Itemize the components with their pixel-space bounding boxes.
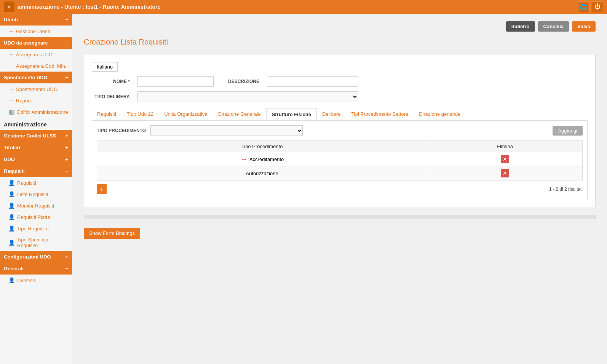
tab-requisiti[interactable]: Requisiti (92, 108, 121, 120)
main-content: Indietro Cancella Salva Creazione Lista … (72, 14, 607, 364)
page-1-button[interactable]: 1 (97, 184, 107, 194)
sidebar-section-requisiti-label: Requisiti (4, 168, 25, 174)
table-row: → Accreditamento ✕ (97, 152, 583, 166)
sidebar-item-gestione-utenti[interactable]: → Gestione Utenti (0, 26, 72, 37)
sidebar-item-assegnare-uo[interactable]: → Assegnare a UO (0, 49, 72, 60)
top-bar: « amministrazione - Utente : test1 - Ruo… (0, 0, 607, 14)
cell-autorizzazione: Autorizzazione (97, 166, 427, 180)
sidebar-item-tipo-requisito[interactable]: 👤 Tipo Requisito (0, 223, 72, 234)
aggiungi-button[interactable]: Aggiungi (553, 126, 583, 136)
sidebar-item-label: Assegnare a Cod. Min. (16, 63, 66, 69)
sidebar-section-spostamento-label: Spostamento UDO (4, 75, 48, 80)
sidebar-section-utenti-toggle: − (65, 17, 68, 22)
show-form-bindings-button[interactable]: Show Form Bindings (84, 228, 140, 239)
cell-accreditamento: → Accreditamento (97, 152, 427, 166)
sidebar-section-udo-da-assegnare[interactable]: UDO da assegnare − (0, 37, 72, 49)
sidebar-section-spostamento-toggle: − (65, 75, 68, 80)
sidebar-section-udo-label: UDO da assegnare (4, 40, 48, 46)
arrow-icon: → (8, 86, 14, 92)
sidebar-section-titolari[interactable]: Titolari + (0, 142, 72, 153)
sidebar-item-assegnare-cod-min[interactable]: → Assegnare a Cod. Min. (0, 60, 72, 72)
red-arrow-annotation: → (240, 155, 247, 163)
power-icon-button[interactable]: ⏻ (592, 2, 603, 12)
sidebar-section-configurazioni-udo[interactable]: Configurazioni UDO + (0, 251, 72, 263)
tab-direzione-generale[interactable]: Direzione Generale (213, 108, 266, 120)
user-icon: 👤 (8, 225, 15, 231)
tipo-delibera-select[interactable] (137, 91, 358, 102)
page-info: 1 - 2 di 2 risultati (549, 187, 583, 192)
building-icon: 🏢 (8, 109, 15, 115)
tab-tipi-procedimento-settore[interactable]: Tipi Procedimento Settore (346, 108, 414, 120)
sidebar-item-label: Assegnare a UO (16, 52, 53, 57)
sidebar-item-tipo-specifico-requisito[interactable]: 👤 Tipo Specifico Requisito (0, 234, 72, 251)
nome-input[interactable] (137, 76, 214, 87)
sidebar-item-requisiti[interactable]: 👤 Requisiti (0, 177, 72, 188)
delete-accreditamento-button[interactable]: ✕ (501, 155, 509, 163)
sidebar-item-label: Tipo Requisito (17, 226, 49, 231)
sidebar-section-utenti-label: Utenti (4, 17, 18, 22)
sidebar-item-spostamento-udo[interactable]: → Spostamento UDO (0, 83, 72, 95)
globe-icon-button[interactable]: 🌐 (578, 2, 589, 12)
sidebar-item-liste-requisiti[interactable]: 👤 Liste Requisiti (0, 188, 72, 200)
collapse-sidebar-button[interactable]: « (4, 2, 14, 12)
sidebar-section-utenti[interactable]: Utenti − (0, 14, 72, 26)
sidebar-section-generali[interactable]: Generali − (0, 263, 72, 275)
arrow-icon: → (8, 51, 14, 57)
tab-tipo-udo-22[interactable]: Tipo Udo 22 (121, 108, 159, 120)
sidebar-section-requisiti[interactable]: Requisiti − (0, 165, 72, 177)
sidebar-item-label: Tipo Specifico Requisito (17, 237, 68, 248)
tipo-procedimento-select-wrap (150, 125, 303, 136)
tipo-procedimento-table: Tipo Procedimento Elimina → Accreditamen… (97, 140, 583, 180)
top-bar-left: « amministrazione - Utente : test1 - Ruo… (4, 2, 160, 12)
pagination-row: 1 1 - 2 di 2 risultati (97, 184, 583, 194)
arrow-icon: → (8, 28, 14, 34)
sidebar-admin-label: Amministrazione (0, 118, 72, 130)
sidebar-item-requisiti-piatta[interactable]: 👤 Requisiti Piatta (0, 211, 72, 223)
sidebar-item-label: Spostamento UDO (16, 86, 58, 92)
descrizione-input[interactable] (267, 76, 358, 87)
sidebar-item-label: Direzioni (17, 278, 37, 283)
sidebar-item-label: Gestione Utenti (16, 29, 50, 34)
sidebar-section-spostamento-udo[interactable]: Spostamento UDO − (0, 72, 72, 83)
user-icon: 👤 (8, 180, 15, 186)
sidebar-section-gestione-label: Gestione Codici ULSS (4, 133, 56, 139)
user-icon: 👤 (8, 191, 15, 197)
sidebar-item-monitor-requisiti[interactable]: 👤 Monitor Requisiti (0, 200, 72, 211)
form-card: Italiano NOME * DESCRIZIONE TIPO DELIBER… (84, 54, 596, 207)
sidebar-item-direzioni[interactable]: 👤 Direzioni (0, 275, 72, 286)
horizontal-scrollbar[interactable] (84, 215, 596, 219)
delete-autorizzazione-button[interactable]: ✕ (501, 169, 509, 177)
user-icon: 👤 (8, 214, 15, 220)
arrow-icon: → (8, 63, 14, 69)
arrow-icon: → (8, 97, 14, 104)
tipo-procedimento-select[interactable] (150, 125, 303, 136)
sidebar-item-edifici-amministrazione[interactable]: 🏢 Edifici Amministrazione (0, 106, 72, 118)
sidebar-section-gestione-codici[interactable]: Gestione Codici ULSS + (0, 130, 72, 142)
form-row-tipo-delibera: TIPO DELIBERA (92, 91, 588, 102)
sidebar-section-generali-label: Generali (4, 266, 24, 271)
tipo-procedimento-row: TIPO PROCEDIMENTO Aggiungi (97, 125, 583, 136)
col-elimina: Elimina (427, 141, 583, 152)
table-row: Autorizzazione ✕ (97, 166, 583, 180)
tab-strutture-fisiche[interactable]: Strutture Fisiche (266, 108, 317, 120)
user-icon: 👤 (8, 277, 15, 283)
salva-button[interactable]: Salva (572, 21, 596, 32)
sidebar-section-udo2-toggle: + (65, 156, 68, 162)
page-title: Creazione Lista Requisiti (84, 38, 596, 46)
descrizione-label: DESCRIZIONE (221, 79, 259, 84)
nome-label: NOME * (92, 79, 130, 84)
cancella-button[interactable]: Cancella (538, 21, 569, 32)
tab-direzione-generale-2[interactable]: Direzione generale (414, 108, 466, 120)
top-bar-title: amministrazione - Utente : test1 - Ruolo… (18, 4, 160, 10)
cell-elimina-autorizzazione: ✕ (427, 166, 583, 180)
table-section: TIPO PROCEDIMENTO Aggiungi (92, 120, 588, 199)
tab-delibere[interactable]: Delibere (317, 108, 346, 120)
sidebar-item-label: Edifici Amministrazione (17, 109, 68, 115)
indietro-button[interactable]: Indietro (506, 21, 535, 32)
sidebar-section-udo[interactable]: UDO + (0, 153, 72, 165)
sidebar-item-report[interactable]: → Report (0, 95, 72, 106)
sidebar-item-label: Requisiti (17, 180, 36, 186)
tab-unita-organizzativa[interactable]: Unità Organizzativa (159, 108, 212, 120)
lang-tab[interactable]: Italiano (92, 62, 118, 72)
sidebar-item-label: Liste Requisiti (17, 192, 48, 197)
